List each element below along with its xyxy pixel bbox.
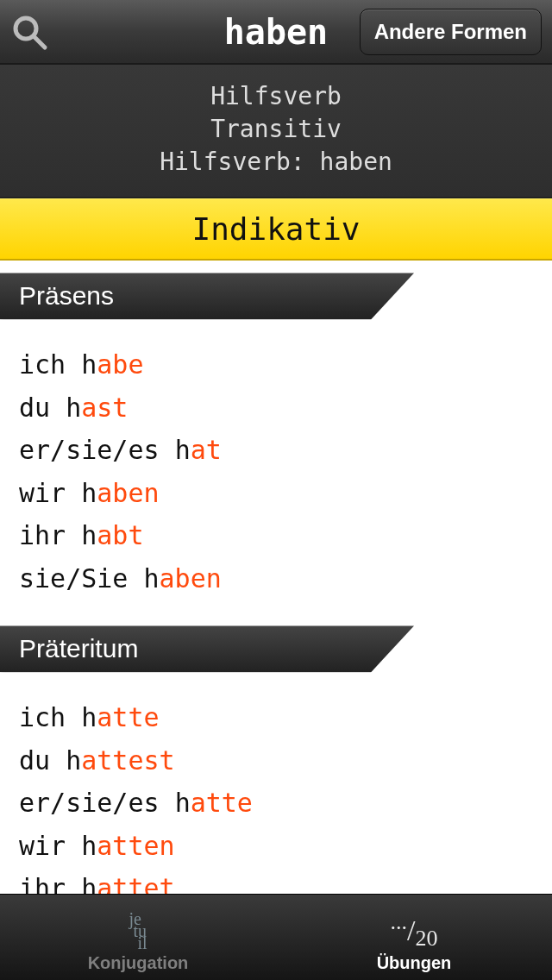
conjugation-row: er/sie/es hatte	[19, 782, 533, 825]
conjugation-row: du hattest	[19, 739, 533, 782]
info-line: Hilfsverb: haben	[9, 146, 543, 179]
mood-header: Indikativ	[0, 198, 552, 261]
tab-label: Übungen	[377, 953, 452, 973]
tense-header: Präteritum	[0, 625, 552, 672]
exercises-icon: ···/20	[391, 908, 438, 953]
conjugation-row: wir haben	[19, 472, 533, 515]
conjugation-row: ich habe	[19, 343, 533, 386]
conjugation-icon: je tu il	[129, 908, 147, 953]
verb-info-panel: Hilfsverb Transitiv Hilfsverb: haben	[0, 65, 552, 198]
conjugation-row: ihr hattet	[19, 867, 533, 894]
conjugation-row: ich hatte	[19, 696, 533, 739]
tab-bar: je tu il Konjugation ···/20 Übungen	[0, 894, 552, 980]
search-icon[interactable]	[10, 13, 48, 51]
conjugation-row: er/sie/es hat	[19, 429, 533, 472]
conjugation-row: du hast	[19, 386, 533, 430]
conjugation-list: ich hatte du hattest er/sie/es hatte wir…	[0, 696, 552, 894]
conjugation-row: sie/Sie haben	[19, 557, 533, 600]
conjugation-row: wir hatten	[19, 825, 533, 868]
tab-exercises[interactable]: ···/20 Übungen	[276, 895, 552, 980]
header-bar: haben Andere Formen	[0, 0, 552, 65]
info-line: Hilfsverb	[9, 80, 543, 113]
conjugation-list: ich habe du hast er/sie/es hat wir haben…	[0, 343, 552, 625]
tab-conjugation[interactable]: je tu il Konjugation	[0, 895, 276, 980]
tense-header: Präsens	[0, 273, 552, 319]
other-forms-button[interactable]: Andere Formen	[360, 9, 542, 55]
svg-line-1	[34, 36, 45, 47]
conjugation-row: ihr habt	[19, 514, 533, 557]
conjugation-content[interactable]: Präsens ich habe du hast er/sie/es hat w…	[0, 273, 552, 894]
info-line: Transitiv	[9, 113, 543, 146]
tense-label: Präsens	[0, 273, 414, 319]
tab-label: Konjugation	[88, 953, 189, 973]
tense-label: Präteritum	[0, 625, 414, 672]
